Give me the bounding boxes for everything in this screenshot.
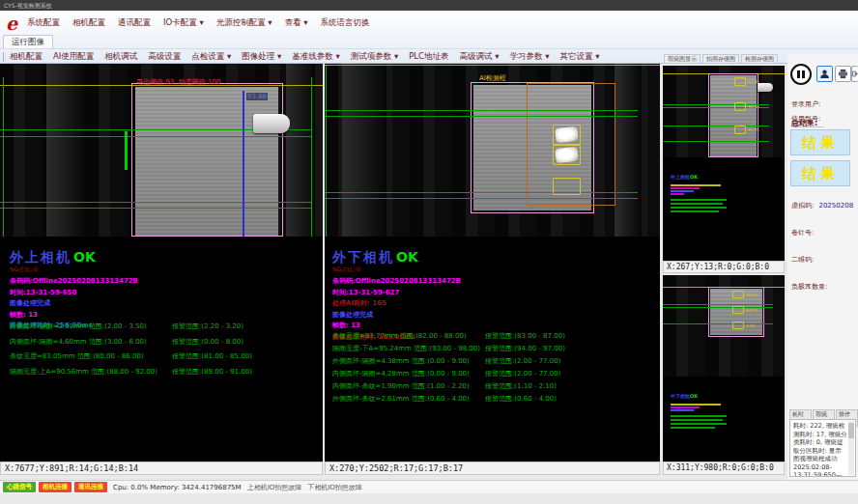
- detection-box-pink: [131, 83, 283, 237]
- camera-view-middle[interactable]: AI检测框 外下相机OK NG占比:/0 条码码:Offline20250208…: [325, 64, 660, 462]
- mini-view-1[interactable]: 93.88 90.56 83.05 外上相机OK: [663, 66, 785, 261]
- camera-title: 外下相机: [332, 249, 394, 265]
- toolbar-item[interactable]: 基准线参数 ▾: [292, 51, 339, 63]
- panel-field: 二维码:: [791, 247, 855, 266]
- camera-info-line: 图像处理完成: [332, 311, 461, 319]
- toolbar-item[interactable]: PLC地址表: [409, 51, 448, 63]
- panel-fields: 虚拟码: 20250208 卷针号: 二维码: 负极耳数量:: [791, 193, 855, 320]
- menu-bar: 系统配置相机配置通讯配置IO卡配置 ▾光源控制配置 ▾查看 ▾系统语言切换: [27, 17, 370, 31]
- camera-info-line: 处理AI耗时: 165: [332, 299, 461, 307]
- camera-info-line: 时间:13-31-59-627: [332, 289, 461, 296]
- result-box-1: 结果: [790, 129, 850, 155]
- measure-line-blue: [243, 91, 244, 237]
- operator-mode-button[interactable]: [816, 66, 833, 82]
- menu-item[interactable]: 相机配置: [72, 17, 105, 31]
- connector-tab: [253, 114, 290, 133]
- camera-info-line: 时间:13-31-59-650: [10, 289, 138, 296]
- status-badge: 相机连接: [39, 482, 72, 492]
- status-bar: 心跳信号相机连接通讯连接 Cpu: 0.0% Memory: 3424.4179…: [0, 480, 858, 493]
- menu-item[interactable]: IO卡配置 ▾: [163, 17, 204, 31]
- mini-view-2[interactable]: 95.24 83.77 4.28 外下相机OK: [663, 275, 785, 462]
- toolbar-item[interactable]: 学习参数 ▾: [509, 51, 549, 63]
- panel-field: 虚拟码: 20250208: [791, 193, 855, 211]
- pixel-status-mini2: X:311;Y:980;R:0;G:0;B:0: [663, 462, 785, 475]
- toolbar-item[interactable]: 相机调试: [104, 51, 137, 63]
- camera-info-line: 帧数: 13: [10, 311, 138, 319]
- camera-info-line: 条码码:Offline2025020813313472B: [10, 277, 138, 285]
- mini-view-tab[interactable]: 检测存缓图: [741, 54, 778, 64]
- cpu-memory-text: Cpu: 0.0% Memory: 3424.41796875M: [113, 484, 242, 491]
- camera-info-line: 帧数: 13: [332, 322, 461, 329]
- panel-field: 负极耳数量:: [791, 274, 855, 311]
- ng-note: NG占比:/0: [10, 266, 138, 272]
- camera-info-line: 条码码:Offline2025020813313472B: [332, 277, 461, 285]
- toolbar-item[interactable]: AI使用配置: [53, 51, 94, 63]
- measurement-rows-left: 外侧圆环-隔圈=2.91mm 范围:(2.00 - 3.50)报警范围:(2.2…: [10, 322, 252, 382]
- menu-item[interactable]: 光源控制配置 ▾: [216, 17, 272, 31]
- measurement-row: 隔圈宽度-上A=90.56mm 范围:(88.00 - 92.00)报警范围:(…: [10, 368, 252, 376]
- measurement-row: 条纹宽度=83.77mm 范围:(82.00 - 88.00)报警范围:(83.…: [332, 332, 565, 340]
- result-ok: OK: [73, 249, 96, 265]
- toolbar-item[interactable]: 高级设置: [148, 51, 181, 63]
- toolbar-item[interactable]: 高级调试 ▾: [460, 51, 500, 63]
- toolbar-item[interactable]: 点检设置 ▾: [191, 51, 231, 63]
- status-badge: 通讯连接: [74, 482, 107, 492]
- menu-item[interactable]: 系统语言切换: [321, 17, 370, 31]
- app-logo-icon: e: [6, 14, 17, 33]
- tab-run-image[interactable]: 运行图像: [3, 35, 53, 48]
- measurement-row: 内侧圆环-隔圈=4.60mm 范围:(3.00 - 6.00)报警范围:(0.0…: [10, 338, 252, 346]
- log-area[interactable]: 耗时: 222, 瑕疵检测耗时: 17, 瑕疵分类耗时: 0, 瑕疵提取分区耗时…: [789, 419, 856, 477]
- measurement-row: 外侧圆环-条纹=2.61mm 范围:(0.60 - 4.00)报警范围:(0.6…: [332, 395, 565, 403]
- measurement-rows-middle: 条纹宽度=83.77mm 范围:(82.00 - 88.00)报警范围:(83.…: [332, 332, 565, 407]
- menu-item[interactable]: 系统配置: [27, 17, 60, 31]
- camera-title: 外上相机: [10, 249, 72, 265]
- measure-value-tag: 93.88: [246, 93, 268, 100]
- camera-view-left[interactable]: 93.88 寻边阈值:93, 动态阈值:100 外上相机OK NG占比:/0 条…: [0, 64, 323, 462]
- ai-box-label: AI检测框: [479, 74, 506, 82]
- pixel-status-mini1: X:267;Y:13;R:0;G:0;B:0: [663, 261, 785, 273]
- ng-note: NG占比:/0: [332, 266, 461, 272]
- measurement-row: 外侧圆环-隔圈=2.91mm 范围:(2.00 - 3.50)报警范围:(2.2…: [10, 322, 252, 330]
- app-window: CYS-视觉检测系统 e 系统配置相机配置通讯配置IO卡配置 ▾光源控制配置 ▾…: [0, 0, 858, 504]
- user-icon: [819, 69, 830, 79]
- pixel-status-left: X:7677;Y:891;R:14;G:14;B:14: [0, 462, 323, 475]
- mini-view-tab[interactable]: 瑕疵图显示: [664, 54, 701, 64]
- pixel-status-middle: X:270;Y:2502;R:17;G:17;B:17: [325, 462, 660, 475]
- result-block-middle: 外下相机OK NG占比:/0 条码码:Offline20250208133134…: [332, 247, 461, 344]
- fault-message-1: 上相机IO拍照故障: [247, 483, 302, 492]
- toolbar-item[interactable]: 测试项参数 ▾: [351, 51, 398, 63]
- pause-icon: [797, 70, 800, 78]
- log-scrollbar[interactable]: [848, 421, 854, 475]
- measurement-row: 内侧圆环-条纹=1.90mm 范围:(1.00 - 2.20)报警范围:(1.1…: [332, 382, 565, 390]
- panel-field: 卷针号:: [791, 220, 855, 238]
- result-block-left: 外上相机OK NG占比:/0 条码码:Offline20250208133134…: [10, 247, 138, 333]
- print-button[interactable]: [835, 66, 851, 82]
- mini-result-block: 外下相机OK: [671, 383, 727, 429]
- measurement-row: 条纹宽度=83.05mm 范围:(80.00 - 86.00)报警范围:(81.…: [10, 352, 252, 360]
- status-badge: 心跳信号: [3, 482, 36, 492]
- logout-button[interactable]: [851, 66, 858, 82]
- result-ok: OK: [396, 249, 418, 265]
- threshold-annotation: 寻边阈值:93, 动态阈值:100: [136, 78, 220, 86]
- toolbar-item[interactable]: 图像处理 ▾: [242, 51, 281, 63]
- measurement-row: 隔圈宽度-下A=95.24mm 范围:(93.00 - 98.00)报警范围:(…: [332, 345, 565, 352]
- camera-image-middle: AI检测框: [325, 64, 660, 237]
- mini-result-block: 外上相机OK: [671, 164, 727, 212]
- camera-info-line: 图像处理完成: [10, 299, 138, 307]
- total-result-label: 总结果:: [791, 120, 817, 127]
- logout-arrow-icon: [852, 69, 858, 79]
- toolbar-item[interactable]: 相机配置: [10, 51, 43, 63]
- mini-view-tab[interactable]: 拍照存缓图: [702, 54, 739, 64]
- toolbar-grip[interactable]: [3, 52, 6, 62]
- window-title: CYS-视觉检测系统: [4, 2, 52, 9]
- measurement-row: 外侧圆环-隔圈=4.38mm 范围:(0.00 - 9.00)报警范围:(2.0…: [332, 357, 565, 365]
- result-box-2: 结果: [790, 160, 850, 186]
- pause-button[interactable]: [790, 64, 812, 85]
- printer-icon: [838, 69, 848, 79]
- menu-item[interactable]: 通讯配置: [118, 17, 151, 31]
- fault-message-2: 下相机IO拍照故障: [307, 483, 362, 492]
- window-titlebar: CYS-视觉检测系统: [0, 0, 858, 11]
- camera-image-left: 93.88 寻边阈值:93, 动态阈值:100: [0, 64, 323, 237]
- menu-item[interactable]: 查看 ▾: [285, 17, 308, 31]
- toolbar-item[interactable]: 其它设置 ▾: [559, 51, 599, 63]
